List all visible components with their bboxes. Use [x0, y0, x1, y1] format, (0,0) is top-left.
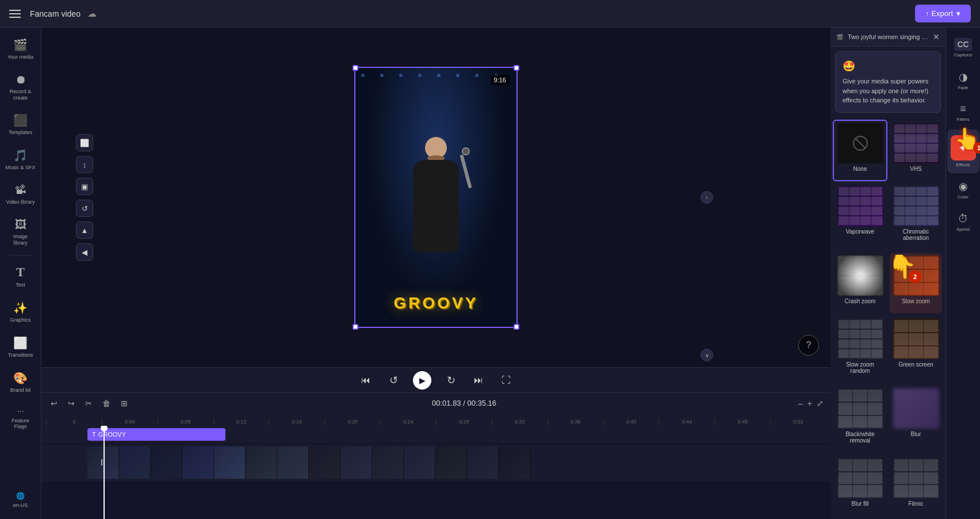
ruler-mark-0: 0 — [46, 419, 102, 426]
effect-none-thumbnail — [837, 123, 883, 163]
header: Fancam video ☁ ↑ Export ▾ — [0, 0, 980, 28]
language-icon: 🌐 — [16, 492, 25, 500]
video-area: ⬜ ↕ ▣ ↺ ▲ ◀ — [41, 28, 830, 367]
sidebar-item-templates[interactable]: ⬛ Templates — [2, 108, 39, 142]
mask-tool[interactable]: ◀ — [76, 243, 93, 261]
undo-button[interactable]: ↩ — [48, 396, 60, 410]
sidebar-label-record: Record &create — [10, 89, 32, 101]
effect-chromatic[interactable]: Chromatic aberration — [889, 182, 943, 251]
film-frame-0: ⏸ — [87, 447, 119, 479]
effect-greenscreen[interactable]: Green screen — [889, 315, 943, 384]
effect-bwr[interactable]: Black/white removal — [833, 385, 887, 453]
video-singer: GROOVY — [355, 68, 516, 327]
sidebar-label-templates: Templates — [9, 129, 32, 136]
export-label: ↑ Export — [925, 9, 953, 18]
redo-button[interactable]: ↪ — [66, 396, 77, 410]
effect-slowzoom-label: Slow zoom — [902, 298, 930, 304]
sidebar-label-transitions: Transitions — [8, 352, 33, 358]
sidebar-item-graphics[interactable]: ✨ Graphics — [2, 295, 39, 329]
effect-blur[interactable]: Blur — [889, 385, 943, 453]
export-dropdown-icon: ▾ — [956, 9, 960, 18]
right-sidebar-fade[interactable]: ◑ Fade — [947, 65, 979, 97]
effect-slowzoom[interactable]: Slow zoom — [889, 252, 943, 314]
delete-button[interactable]: 🗑 — [100, 396, 113, 410]
timeline-tracks: T GROOVY ⏸ — [41, 426, 830, 519]
sidebar-item-transitions[interactable]: ⬜ Transitions — [2, 330, 39, 364]
sidebar-label-video-library: Video library — [6, 199, 35, 205]
layout-tool[interactable]: ▣ — [76, 178, 93, 195]
split-button[interactable]: ⊞ — [118, 396, 130, 410]
sidebar-item-your-media[interactable]: 🎬 Your media — [2, 32, 39, 66]
text-clip-label: GROOVY — [98, 431, 126, 438]
right-sidebar-speed[interactable]: ⏱ Speed — [947, 207, 979, 238]
sidebar-item-language[interactable]: 🌐 en-US — [2, 486, 39, 514]
effect-slowzoomrandom[interactable]: Slow zoom random — [833, 315, 887, 384]
text-track: T GROOVY — [41, 426, 830, 443]
effect-slowzoom-thumbnail — [893, 255, 939, 296]
sidebar-label-image-library: Imagelibrary — [13, 234, 28, 246]
svg-line-1 — [855, 138, 866, 148]
collapse-bottom-button[interactable]: ∨ — [700, 349, 713, 361]
resize-tool[interactable]: ↕ — [76, 156, 93, 173]
film-frame-7 — [309, 447, 340, 479]
right-sidebar-captions[interactable]: CC Captions — [947, 32, 979, 64]
filters-icon: ≡ — [960, 103, 966, 115]
film-frame-9 — [372, 447, 404, 479]
zoom-in-button[interactable]: + — [807, 399, 812, 408]
sidebar-item-record[interactable]: ⏺ Record &create — [2, 67, 39, 107]
panel-media-title: Two joyful women singing and ... — [848, 33, 928, 40]
forward-button[interactable]: ↻ — [443, 372, 459, 388]
sidebar-item-feature-flags[interactable]: ··· FeatureFlags — [2, 400, 39, 436]
film-frame-3 — [182, 447, 214, 479]
right-sidebar-effects[interactable]: ✦ Effects — [947, 129, 979, 174]
templates-icon: ⬛ — [13, 113, 28, 127]
help-button[interactable]: ? — [798, 335, 819, 356]
effect-vhs-label: VHS — [910, 166, 922, 172]
panel-header-text: 🎬 — [836, 34, 843, 40]
crop-tool[interactable]: ⬜ — [76, 134, 93, 151]
timeline-area: ↩ ↪ ✂ 🗑 ⊞ 00:01.83 / 00:35.16 – + ⤢ 0 0:… — [41, 392, 830, 519]
effect-crashzoom-label: Crash zoom — [845, 298, 876, 304]
expand-timeline-button[interactable]: ⤢ — [817, 399, 824, 408]
right-sidebar-filters[interactable]: ≡ Filters — [947, 97, 979, 128]
film-frame-8 — [340, 447, 372, 479]
header-right: ↑ Export ▾ — [915, 5, 971, 22]
fade-label: Fade — [958, 85, 968, 91]
rotate-tool[interactable]: ↺ — [76, 200, 93, 217]
export-button[interactable]: ↑ Export ▾ — [915, 5, 971, 22]
tooltip-emoji: 🤩 — [843, 59, 933, 74]
sidebar-item-brand-kit[interactable]: 🎨 Brand kit — [2, 365, 39, 399]
cut-button[interactable]: ✂ — [83, 396, 94, 410]
rewind-button[interactable]: ↺ — [385, 372, 401, 388]
film-frame-1 — [119, 447, 151, 479]
menu-button[interactable] — [9, 7, 23, 21]
effect-vhs[interactable]: VHS — [889, 120, 943, 182]
flip-tool[interactable]: ▲ — [76, 222, 93, 239]
play-button[interactable]: ▶ — [413, 371, 431, 390]
effect-blur-label: Blur — [911, 431, 921, 437]
effect-none[interactable]: None — [833, 120, 887, 182]
effect-blurfill[interactable]: Blur fill — [833, 455, 887, 517]
effect-crashzoom[interactable]: Crash zoom — [833, 252, 887, 314]
film-frame-6 — [277, 447, 309, 479]
timeline-ruler: 0 0:04 0:08 0:12 0:16 0:20 0:24 0:28 0:3… — [41, 413, 830, 426]
sidebar-item-video-library[interactable]: 📽 Video library — [2, 178, 39, 211]
sidebar-item-text[interactable]: T Text — [2, 259, 39, 294]
panel-close-button[interactable]: ✕ — [933, 32, 940, 41]
effect-blurfill-thumbnail — [837, 458, 883, 498]
effect-vaporwave[interactable]: Vaporwave — [833, 182, 887, 251]
skip-back-button[interactable]: ⏮ — [358, 372, 374, 388]
text-clip-groovy[interactable]: T GROOVY — [87, 428, 225, 441]
fullscreen-button[interactable]: ⛶ — [498, 372, 514, 388]
effect-filmic[interactable]: Filmic — [889, 455, 943, 517]
collapse-right-button[interactable]: › — [700, 191, 713, 204]
sidebar-item-image-library[interactable]: 🖼 Imagelibrary — [2, 212, 39, 252]
tooltip-box: 🤩 Give your media super powers when you … — [835, 51, 941, 113]
filters-label: Filters — [957, 117, 970, 123]
right-sidebar-color[interactable]: ◉ Color — [947, 174, 979, 206]
zoom-out-button[interactable]: – — [798, 399, 803, 408]
speed-icon: ⏱ — [958, 213, 968, 225]
transitions-icon: ⬜ — [13, 336, 28, 350]
sidebar-item-music[interactable]: 🎵 Music & SFX — [2, 143, 39, 177]
skip-forward-button[interactable]: ⏭ — [470, 372, 487, 388]
